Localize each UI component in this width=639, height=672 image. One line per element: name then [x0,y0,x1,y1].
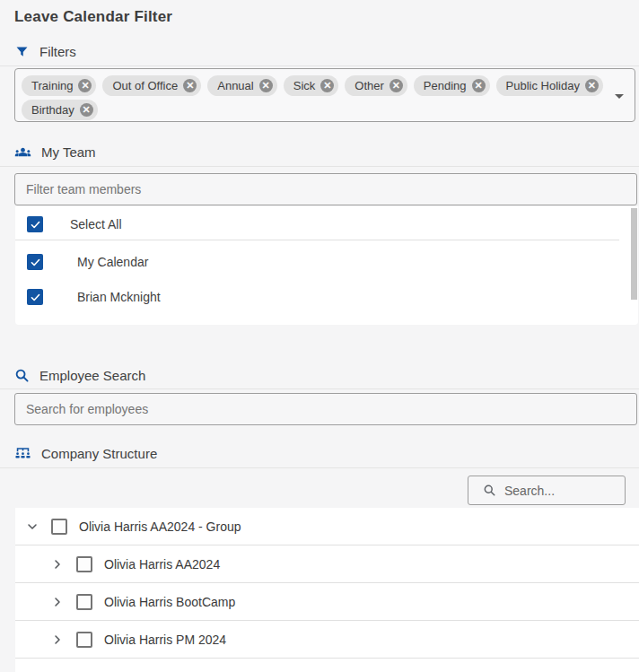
chip-remove-icon[interactable]: ✕ [80,103,93,117]
chip-remove-icon[interactable]: ✕ [585,79,599,92]
tree-node-label: Olivia Harris PM 2024 [104,633,226,647]
team-filter-input[interactable] [14,173,637,205]
employee-search-input[interactable] [14,393,637,425]
filter-chip: Other ✕ [345,75,407,96]
filter-chip: Annual ✕ [207,75,276,96]
filter-chip-label: Other [355,79,384,92]
tree-row[interactable]: Olivia Harris AA2024 [15,545,639,583]
my-team-section-label: My Team [41,144,96,160]
team-list-scrollbar[interactable] [631,208,637,300]
chevron-right-icon[interactable] [49,632,66,648]
leave-calendar-filter-panel: { "title": "Leave Calendar Filter", "col… [0,0,639,672]
team-row-my-calendar[interactable]: My Calendar [15,249,638,275]
chevron-down-icon[interactable] [24,519,40,535]
chevron-down-icon[interactable] [615,94,624,99]
tree-node-checkbox[interactable] [76,594,92,610]
chip-remove-icon[interactable]: ✕ [183,79,197,92]
tree-node-checkbox[interactable] [76,556,92,572]
filter-chip-label: Pending [424,79,467,92]
chevron-right-icon[interactable] [49,594,66,610]
company-structure-section-divider [0,467,639,468]
filter-chip: Birthday ✕ [22,100,98,120]
team-row-select-all[interactable]: Select All [15,211,638,238]
filter-chip-label: Sick [293,79,316,92]
employee-search-section-divider [0,388,639,389]
my-team-section-header: My Team [14,143,96,161]
filter-chip: Training ✕ [22,75,96,96]
tree-row[interactable]: Olivia Harris BootCamp [15,583,639,621]
chip-remove-icon[interactable]: ✕ [390,79,403,92]
company-structure-search-placeholder: Search... [504,484,555,498]
search-icon [483,484,496,497]
team-member-label: My Calendar [77,255,148,269]
filter-chips-select[interactable]: Training ✕ Out of Office ✕ Annual ✕ Sick… [14,68,635,122]
filter-chip: Sick ✕ [284,75,339,96]
team-group-icon [14,144,31,161]
filters-section-divider [0,65,639,66]
tree-node-checkbox[interactable] [51,519,67,535]
employee-search-section-header: Employee Search [14,366,145,384]
filter-chip-label: Out of Office [112,79,178,92]
tree-node-label: Olivia Harris AA2024 [104,557,220,572]
filter-chip: Public Holiday ✕ [496,75,603,96]
my-team-section-divider [0,166,639,167]
list-divider [15,240,619,240]
tree-node-checkbox[interactable] [76,632,92,648]
company-structure-search-box[interactable]: Search... [468,476,626,505]
tree-row[interactable]: Olivia Harris AA2024 - Group [15,508,639,545]
my-calendar-checkbox[interactable] [27,254,43,270]
page-title: Leave Calendar Filter [14,8,172,26]
filter-chip-label: Annual [217,79,253,92]
company-structure-section-label: Company Structure [41,446,157,461]
filter-chip-label: Birthday [31,103,74,117]
chip-remove-icon[interactable]: ✕ [78,79,92,92]
search-icon [14,368,30,383]
filter-chip-label: Public Holiday [506,79,580,92]
filter-chip-label: Training [31,79,73,92]
team-member-label: Brian Mcknight [77,290,161,304]
chip-remove-icon[interactable]: ✕ [259,79,273,92]
filter-funnel-icon [14,44,30,59]
company-structure-tree: Olivia Harris AA2024 - Group Olivia Harr… [15,508,639,672]
filters-section-label: Filters [39,44,76,59]
chevron-right-icon[interactable] [49,556,66,572]
filter-chip: Pending ✕ [414,75,490,96]
company-structure-section-header: Company Structure [14,444,157,462]
team-member-label: Select All [70,217,122,231]
brian-mcknight-checkbox[interactable] [27,289,43,305]
org-structure-icon [14,445,31,462]
employee-search-section-label: Employee Search [39,368,145,383]
filters-section-header: Filters [14,42,76,60]
chip-remove-icon[interactable]: ✕ [320,79,334,92]
tree-row[interactable]: Olivia Harris PM 2024 [15,621,639,659]
filter-chip: Out of Office ✕ [102,75,201,96]
team-member-list: Select All My Calendar Brian Mcknight [15,206,638,325]
team-row-brian-mcknight[interactable]: Brian Mcknight [15,284,638,310]
tree-node-label: Olivia Harris AA2024 - Group [79,519,241,534]
chip-remove-icon[interactable]: ✕ [472,79,486,92]
tree-node-label: Olivia Harris BootCamp [104,595,235,609]
select-all-checkbox[interactable] [27,216,43,232]
